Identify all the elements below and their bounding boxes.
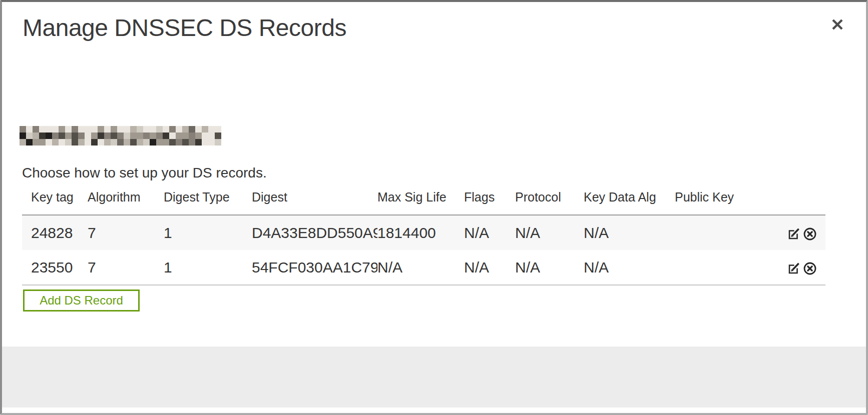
cell-flags: N/A: [464, 250, 515, 285]
instruction-text: Choose how to set up your DS records.: [22, 165, 267, 181]
cell-public-key: [675, 215, 780, 250]
cell-key-data-alg: N/A: [584, 250, 675, 285]
column-header-key-tag: Key tag: [22, 182, 88, 215]
ds-record-row: 24828 7 1 D4A33E8DD550A9... 1814400 N/A …: [22, 215, 825, 250]
column-header-public-key: Public Key: [675, 182, 780, 215]
table-header-row: Key tag Algorithm Digest Type Digest Max…: [22, 182, 825, 215]
redacted-domain-name: [20, 126, 221, 146]
cell-digest-type: 1: [164, 250, 252, 285]
column-header-algorithm: Algorithm: [88, 182, 164, 215]
column-header-key-data-alg: Key Data Alg: [584, 182, 675, 215]
remove-record-icon[interactable]: [802, 261, 817, 276]
cell-protocol: N/A: [515, 250, 584, 285]
cell-public-key: [675, 250, 780, 285]
cell-max-sig-life: N/A: [377, 250, 464, 285]
cell-max-sig-life: 1814400: [377, 215, 464, 250]
cell-key-tag: 24828: [22, 215, 88, 250]
cell-flags: N/A: [464, 215, 515, 250]
cell-key-tag: 23550: [22, 250, 88, 285]
column-header-flags: Flags: [464, 182, 515, 215]
edit-record-icon[interactable]: [786, 226, 801, 242]
cell-digest: 54FCF030AA1C79...: [252, 250, 377, 285]
column-header-digest: Digest: [252, 182, 377, 215]
modal-footer: Save Cancel: [2, 346, 866, 408]
add-ds-record-button[interactable]: Add DS Record: [23, 290, 140, 312]
column-header-max-sig-life: Max Sig Life: [377, 182, 464, 215]
close-icon[interactable]: [830, 17, 845, 32]
cell-digest: D4A33E8DD550A9...: [252, 215, 377, 250]
remove-record-icon[interactable]: [802, 226, 817, 242]
cell-actions: [780, 215, 825, 250]
column-header-actions: [780, 182, 825, 215]
dnssec-ds-records-modal: Manage DNSSEC DS Records Choose how to s…: [0, 0, 868, 415]
ds-record-row: 23550 7 1 54FCF030AA1C79... N/A N/A N/A …: [22, 250, 825, 285]
modal-title: Manage DNSSEC DS Records: [23, 14, 346, 42]
cell-key-data-alg: N/A: [584, 215, 675, 250]
cell-digest-type: 1: [164, 215, 252, 250]
column-header-protocol: Protocol: [515, 182, 584, 215]
cell-algorithm: 7: [88, 250, 164, 285]
edit-record-icon[interactable]: [786, 261, 801, 276]
cell-protocol: N/A: [515, 215, 584, 250]
cell-actions: [780, 250, 825, 285]
cell-algorithm: 7: [88, 215, 164, 250]
ds-records-table: Key tag Algorithm Digest Type Digest Max…: [22, 182, 825, 286]
column-header-digest-type: Digest Type: [164, 182, 252, 215]
